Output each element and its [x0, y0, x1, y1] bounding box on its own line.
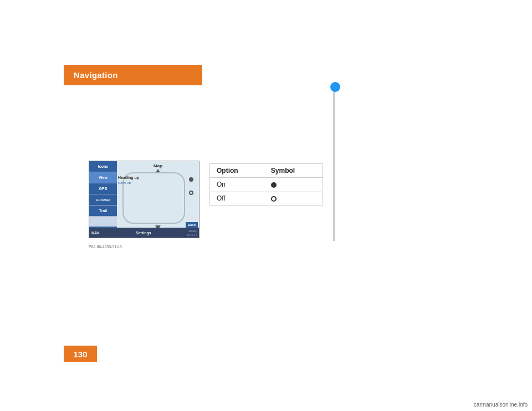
screen-btn-automap[interactable]: AutoMap [89, 194, 117, 206]
screen-back-button[interactable]: Back [186, 222, 198, 228]
radio-empty-icon [271, 196, 277, 202]
screen-north-text: North up [118, 181, 131, 184]
part-number: P82.86-4235-31US [89, 245, 122, 249]
screen-status-icons: ⊟▪▪□□ [187, 233, 197, 237]
symbol-on [264, 178, 323, 192]
screen-sidebar: Icons View GPS AutoMap Trail NAV [89, 161, 117, 238]
navigation-device-screen: Icons View GPS AutoMap Trail NAV Map Hea… [89, 161, 200, 238]
table-row: Off [210, 192, 323, 206]
section-indicator-dot [330, 82, 340, 92]
screen-main-area: Map Heading up North up Back [117, 161, 199, 238]
screen-btn-gps[interactable]: GPS [89, 183, 117, 194]
radio-filled-icon [271, 182, 277, 188]
table-row: On [210, 178, 323, 192]
symbol-col-header: Symbol [264, 164, 323, 178]
watermark: carmanualsonline.info [474, 402, 528, 408]
screen-map-label: Map [117, 163, 199, 168]
page-number: 130 [73, 350, 87, 359]
screen-heading-text: Heading up [118, 176, 139, 179]
option-off-label: Off [210, 192, 264, 206]
navigation-badge: Navigation [64, 65, 202, 85]
navigation-badge-label: Navigation [74, 70, 118, 80]
symbol-off [264, 192, 323, 206]
screen-btn-view[interactable]: View [89, 172, 117, 183]
screen-bottom-bar: NAV Settings Ready ⊟▪▪□□ [89, 228, 199, 238]
option-on-label: On [210, 178, 264, 192]
screen-nav-label: NAV [91, 231, 99, 235]
screen-btn-icons[interactable]: Icons [89, 161, 117, 172]
page-number-badge: 130 [64, 346, 97, 362]
screen-btn-trail[interactable]: Trail [89, 206, 117, 217]
vertical-divider [333, 86, 335, 241]
screen-road-shape [122, 172, 185, 224]
screen-radio-on [189, 177, 193, 182]
screen-ready-area: Ready ⊟▪▪□□ [187, 229, 197, 237]
option-col-header: Option [210, 164, 264, 178]
option-symbol-table: Option Symbol On Off [209, 163, 323, 206]
screen-radio-off [189, 191, 193, 195]
screen-settings-label: Settings [136, 231, 151, 235]
